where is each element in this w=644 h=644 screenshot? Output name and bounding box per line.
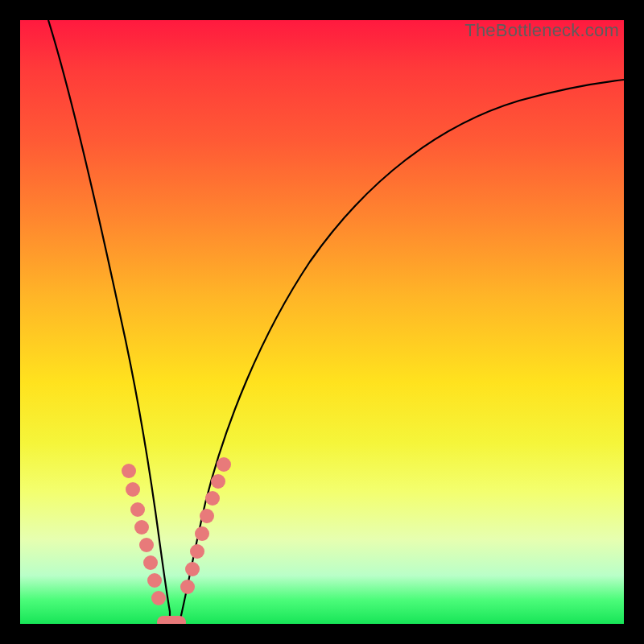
chart-frame: TheBottleneck.com bbox=[0, 0, 644, 644]
svg-point-8 bbox=[180, 580, 195, 594]
watermark-label: TheBottleneck.com bbox=[464, 20, 619, 41]
svg-point-12 bbox=[200, 509, 214, 523]
plot-area: TheBottleneck.com bbox=[20, 20, 624, 624]
svg-point-5 bbox=[143, 555, 158, 570]
svg-point-7 bbox=[151, 591, 166, 605]
svg-point-13 bbox=[205, 491, 220, 506]
right-branch-dots bbox=[180, 457, 231, 594]
svg-point-15 bbox=[217, 457, 231, 472]
svg-point-4 bbox=[139, 538, 154, 552]
svg-point-9 bbox=[185, 562, 200, 576]
svg-point-0 bbox=[122, 464, 136, 478]
svg-point-14 bbox=[211, 474, 225, 489]
chart-svg bbox=[20, 20, 624, 624]
svg-point-11 bbox=[195, 526, 209, 541]
svg-point-6 bbox=[147, 573, 162, 588]
bottleneck-curve bbox=[48, 20, 624, 622]
bottom-pill bbox=[157, 616, 186, 624]
svg-point-10 bbox=[190, 544, 204, 559]
svg-point-1 bbox=[126, 482, 140, 497]
left-branch-dots bbox=[122, 464, 166, 605]
svg-point-3 bbox=[134, 520, 149, 535]
svg-point-2 bbox=[130, 502, 145, 517]
